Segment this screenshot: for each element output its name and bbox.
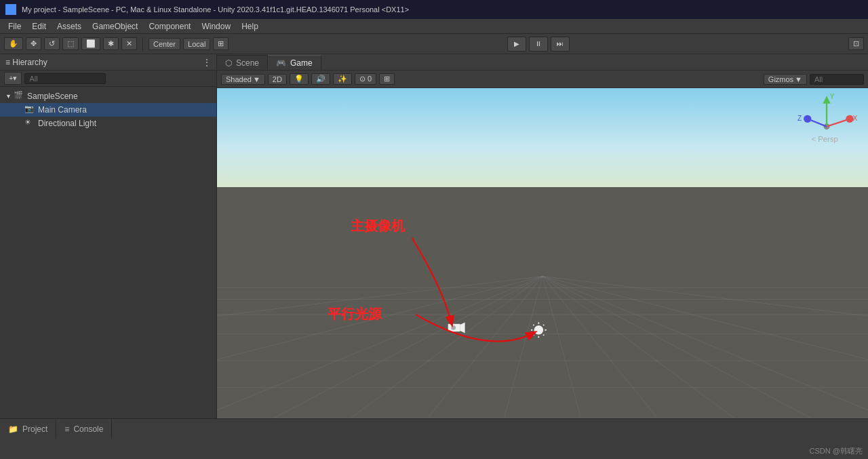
arrow-samplescene: ▼ [5,93,14,100]
gizmos-label: Gizmos [768,75,793,83]
hierarchy-header: ≡ Hierarchy ⋮ [0,54,216,71]
scene-controls: Shaded ▼ 2D 💡 🔊 ✨ ⊙ 0 ⊞ Gizmos ▼ [217,71,868,88]
icon-samplescene: 🎬 [14,91,24,102]
label-directionallight: Directional Light [38,119,96,128]
bottom-bar: 📁 Project ≡ Console [0,418,868,439]
menu-gameobject[interactable]: GameObject [87,20,143,33]
unity-logo [5,4,16,15]
tab-scene[interactable]: ⬡ Scene [217,55,268,70]
mode-2d-label: 2D [273,75,282,83]
gizmos-arrow: ▼ [795,75,802,83]
hierarchy-title: ≡ Hierarchy [5,58,47,67]
toolbar-sep-1 [142,37,143,51]
scene-tabs: ⬡ Scene 🎮 Game [217,54,868,71]
title-bar: My project - SampleScene - PC, Mac & Lin… [0,0,868,19]
menu-window[interactable]: Window [196,20,236,33]
hierarchy-content: ▼ 🎬 SampleScene 📷 Main Camera ☀ Directio… [0,87,216,418]
step-button[interactable]: ⏭ [551,37,570,52]
lighting-button[interactable]: 💡 [290,73,309,85]
tool-transform[interactable]: ✱ [103,37,119,50]
label-maincamera: Main Camera [38,105,87,115]
game-tab-icon: 🎮 [276,58,286,68]
scene-area: ⬡ Scene 🎮 Game Shaded ▼ 2D 💡 🔊 ✨ ⊙ 0 ⊞ [217,54,868,418]
hierarchy-menu-icon[interactable]: ⋮ [203,58,211,67]
icon-maincamera: 📷 [24,104,35,115]
scene-tab-label: Scene [236,58,259,68]
hierarchy-panel: ≡ Hierarchy ⋮ +▾ ▼ 🎬 SampleScene 📷 Main … [0,54,217,418]
tool-hand[interactable]: ✋ [4,37,23,50]
grid-button[interactable]: ⊞ [213,37,229,50]
tool-rect[interactable]: ⬜ [81,37,100,50]
hidden-objects-button[interactable]: ⊙ 0 [355,73,376,85]
console-tab-label: Console [73,424,103,434]
collab-button[interactable]: ⊡ [848,37,864,50]
local-button[interactable]: Local [183,38,210,50]
shading-arrow: ▼ [253,75,260,83]
gizmos-area: Gizmos ▼ [764,74,864,85]
shading-mode-button[interactable]: Shaded ▼ [221,74,265,85]
gizmos-search[interactable] [810,74,864,85]
tab-project[interactable]: 📁 Project [0,419,56,439]
watermark: CSDN @韩曙亮 [810,446,863,456]
center-button[interactable]: Center [149,38,180,50]
audio-button[interactable]: 🔊 [311,73,330,85]
ground-plane [217,187,868,418]
menu-assets[interactable]: Assets [52,20,87,33]
window-title: My project - SampleScene - PC, Mac & Lin… [22,5,409,14]
main-content: ≡ Hierarchy ⋮ +▾ ▼ 🎬 SampleScene 📷 Main … [0,54,868,418]
sky-background [217,88,868,187]
game-tab-label: Game [290,58,313,68]
menu-file[interactable]: File [3,20,26,33]
tool-move[interactable]: ✥ [26,37,41,50]
tool-scale[interactable]: ⬚ [62,37,79,50]
mode-2d-button[interactable]: 2D [268,74,287,85]
scene-tab-icon: ⬡ [225,58,232,68]
label-samplescene: SampleScene [27,92,78,101]
local-label: Local [188,40,205,48]
fx-button[interactable]: ✨ [333,73,352,85]
hierarchy-toolbar: +▾ [0,71,216,87]
tab-console[interactable]: ≡ Console [56,419,112,439]
pause-button[interactable]: ⏸ [529,37,548,52]
hierarchy-item-samplescene[interactable]: ▼ 🎬 SampleScene [0,89,216,103]
tool-rotate[interactable]: ↺ [44,37,60,50]
toolbar: ✋ ✥ ↺ ⬚ ⬜ ✱ ✕ Center Local ⊞ ▶ ⏸ ⏭ ⊡ [0,34,868,54]
menu-help[interactable]: Help [236,20,264,33]
tool-custom[interactable]: ✕ [121,37,137,50]
hierarchy-add-button[interactable]: +▾ [4,72,22,85]
tab-game[interactable]: 🎮 Game [268,55,321,70]
hierarchy-search[interactable] [24,73,106,84]
project-tab-icon: 📁 [8,424,18,434]
project-tab-label: Project [22,424,47,434]
hierarchy-item-maincamera[interactable]: 📷 Main Camera [0,103,216,117]
menu-bar: File Edit Assets GameObject Component Wi… [0,19,868,34]
icon-directionallight: ☀ [24,118,35,129]
menu-edit[interactable]: Edit [26,20,52,33]
menu-component[interactable]: Component [143,20,196,33]
play-button[interactable]: ▶ [507,37,526,52]
shading-label: Shaded [226,75,252,83]
console-tab-icon: ≡ [64,424,69,434]
hierarchy-item-directionallight[interactable]: ☀ Directional Light [0,117,216,130]
center-label: Center [153,40,176,48]
scene-viewport[interactable]: 主摄像机 平行光源 [217,88,868,418]
overlays-button[interactable]: ⊞ [379,73,395,85]
gizmos-button[interactable]: Gizmos ▼ [764,74,807,85]
